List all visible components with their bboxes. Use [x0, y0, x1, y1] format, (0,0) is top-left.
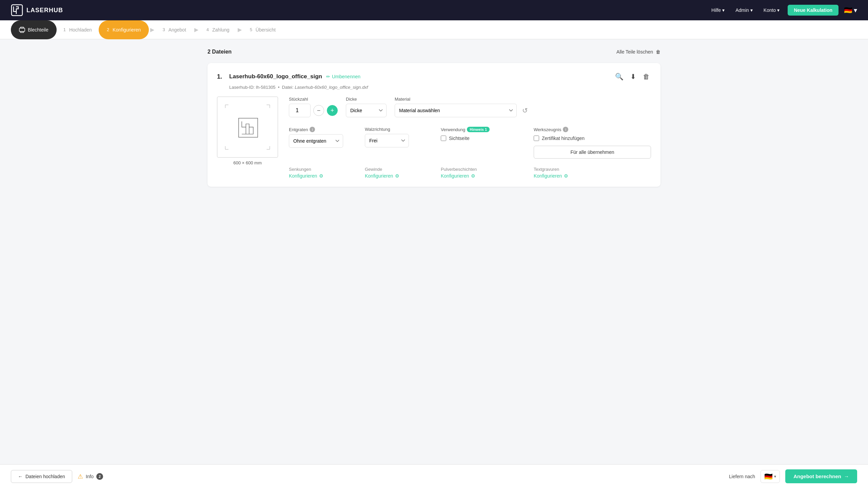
pencil-icon: ✏ — [326, 74, 330, 79]
fur-alle-ubernehmen-button[interactable]: Für alle übernehmen — [534, 146, 651, 159]
dxf-svg-preview — [222, 102, 273, 152]
zertifikat-checkbox[interactable] — [534, 136, 539, 141]
blechteile-icon — [19, 27, 25, 33]
step-3-number: 3 — [162, 27, 165, 32]
werkszeugnis-label: Werkszeugnis — [534, 127, 561, 132]
admin-chevron-icon: ▾ — [750, 7, 753, 13]
logo: LASERHUB — [11, 4, 63, 16]
bottom-bar: ← Dateien hochladen ⚠ Info 2 Liefern nac… — [0, 464, 868, 488]
main-content: 2 Dateiеn Alle Teile löschen 🗑 1. Laserh… — [197, 39, 671, 196]
werkszeugnis-group: Werkszeugnis i Zertifikat hinzufügen Für… — [534, 127, 651, 159]
info-button[interactable]: ⚠ Info 2 — [78, 473, 103, 480]
step-4-number: 4 — [206, 27, 209, 32]
arrow-left-icon: ← — [18, 474, 23, 479]
part-body: 600 × 600 mm Stückzahl − + Dicke — [217, 97, 651, 179]
angebot-arrow-icon: → — [844, 473, 849, 479]
zoom-icon: 🔍 — [615, 73, 624, 80]
gewinde-konfigurieren-button[interactable]: Konfigurieren ⚙ — [365, 173, 433, 179]
zoom-button[interactable]: 🔍 — [614, 71, 625, 82]
konto-menu[interactable]: Konto ▾ — [761, 5, 783, 15]
reset-material-button[interactable]: ↺ — [519, 105, 531, 116]
werkszeugnis-label-row: Werkszeugnis i — [534, 127, 651, 132]
entgraten-select[interactable]: Ohne entgraten — [289, 134, 343, 148]
material-select[interactable]: Material auswählen — [395, 104, 517, 117]
hilfe-menu[interactable]: Hilfe ▾ — [709, 5, 727, 15]
walzrichtung-group: Walzrichtung Frei — [365, 127, 433, 147]
entgraten-info-icon[interactable]: i — [310, 127, 315, 132]
step-ubersicht[interactable]: 5 Übersicht — [243, 20, 282, 39]
step-zahlung-label: Zahlung — [212, 27, 230, 33]
dicke-select[interactable]: Dicke — [346, 104, 387, 117]
dateien-hochladen-button[interactable]: ← Dateien hochladen — [11, 470, 72, 483]
gewinde-label: Gewinde — [365, 167, 433, 172]
delete-part-button[interactable]: 🗑 — [642, 72, 651, 82]
step-blechteile[interactable]: Blechteile — [11, 20, 57, 39]
dicke-group: Dicke Dicke — [346, 97, 387, 117]
liefern-flag-chevron-icon: ▾ — [774, 474, 776, 479]
sichtseite-checkbox[interactable] — [441, 136, 446, 141]
step-angebot[interactable]: 3 Angebot — [156, 20, 193, 39]
svg-rect-2 — [20, 27, 24, 28]
svg-rect-12 — [239, 118, 258, 137]
walzrichtung-label: Walzrichtung — [365, 127, 433, 132]
werkszeugnis-info-icon[interactable]: i — [563, 127, 568, 132]
config-row-1: Stückzahl − + Dicke Dicke — [289, 97, 651, 117]
hilfe-chevron-icon: ▾ — [722, 7, 725, 13]
warning-icon: ⚠ — [78, 473, 83, 480]
logo-icon — [11, 4, 23, 16]
preview-box — [217, 97, 278, 158]
entgraten-group: Entgraten i Ohne entgraten — [289, 127, 357, 148]
svg-rect-1 — [19, 28, 25, 32]
part-number: 1. — [217, 73, 225, 80]
liefern-flag-selector[interactable]: 🇩🇪 ▾ — [761, 470, 780, 483]
step-1-number: 1 — [63, 27, 66, 32]
step-konfigurieren[interactable]: 2 Konfigurieren — [99, 20, 149, 39]
sichtseite-checkbox-row[interactable]: Sichtseite — [441, 136, 526, 141]
step-konfigurieren-label: Konfigurieren — [113, 27, 141, 33]
zertifikat-checkbox-row[interactable]: Zertifikat hinzufügen — [534, 136, 651, 141]
liefern-label: Liefern nach — [729, 474, 755, 479]
verwendung-label-row: Verwendung Hinweis 1 — [441, 127, 526, 132]
step-hochladen[interactable]: 1 Hochladen — [57, 20, 99, 39]
verwendung-label: Verwendung — [441, 127, 465, 132]
flag-icon: 🇩🇪 — [844, 6, 852, 14]
part-header-left: 1. Laserhub-60x60_logo_office_sign ✏ Umb… — [217, 73, 360, 80]
arrow-icon-2: ▶ — [194, 26, 198, 33]
textgravuren-group: Textgravuren Konfigurieren ⚙ — [534, 167, 651, 179]
preview-dimensions: 600 × 600 mm — [233, 160, 261, 165]
step-ubersicht-label: Übersicht — [256, 27, 276, 33]
admin-menu[interactable]: Admin ▾ — [733, 5, 755, 15]
bottom-right: Liefern nach 🇩🇪 ▾ Angebot berechnen → — [729, 469, 857, 483]
stuckzahl-input[interactable] — [289, 104, 311, 117]
language-selector[interactable]: 🇩🇪 ▾ — [844, 6, 857, 14]
part-name: Laserhub-60x60_logo_office_sign — [229, 73, 322, 80]
logo-text: LASERHUB — [26, 7, 63, 14]
material-label: Material — [395, 97, 531, 102]
gewinde-gear-icon: ⚙ — [395, 173, 399, 179]
rename-button[interactable]: ✏ Umbenennen — [326, 74, 360, 79]
neue-kalkulation-button[interactable]: Neue Kalkulation — [788, 5, 839, 16]
download-button[interactable]: ⬇ — [629, 71, 637, 82]
arrow-icon-1: ▶ — [150, 26, 154, 33]
angebot-berechnen-button[interactable]: Angebot berechnen → — [785, 469, 857, 483]
dicke-label: Dicke — [346, 97, 387, 102]
liefern-flag-icon: 🇩🇪 — [764, 472, 773, 481]
alle-teile-loeschen-button[interactable]: Alle Teile löschen 🗑 — [616, 49, 660, 55]
walzrichtung-select[interactable]: Frei — [365, 134, 409, 147]
stuckzahl-control: − + — [289, 104, 338, 117]
textgravuren-konfigurieren-button[interactable]: Konfigurieren ⚙ — [534, 173, 651, 179]
arrow-icon-3: ▶ — [238, 26, 242, 33]
part-meta: Laserhub-ID: lh-581305 • Datei: Laserhub… — [229, 85, 651, 90]
part-preview: 600 × 600 mm — [217, 97, 278, 165]
main-header: 2 Dateiеn Alle Teile löschen 🗑 — [208, 49, 660, 55]
qty-minus-button[interactable]: − — [313, 105, 324, 116]
pulverbeschichten-konfigurieren-button[interactable]: Konfigurieren ⚙ — [441, 173, 526, 179]
material-group: Material Material auswählen ↺ — [395, 97, 531, 117]
part-card-1: 1. Laserhub-60x60_logo_office_sign ✏ Umb… — [208, 63, 660, 187]
gewinde-group: Gewinde Konfigurieren ⚙ — [365, 167, 433, 179]
step-zahlung[interactable]: 4 Zahlung — [200, 20, 236, 39]
qty-plus-button[interactable]: + — [327, 105, 338, 116]
header-right: Hilfe ▾ Admin ▾ Konto ▾ Neue Kalkulation… — [709, 5, 857, 16]
senkungen-konfigurieren-button[interactable]: Konfigurieren ⚙ — [289, 173, 357, 179]
stuckzahl-label: Stückzahl — [289, 97, 338, 102]
